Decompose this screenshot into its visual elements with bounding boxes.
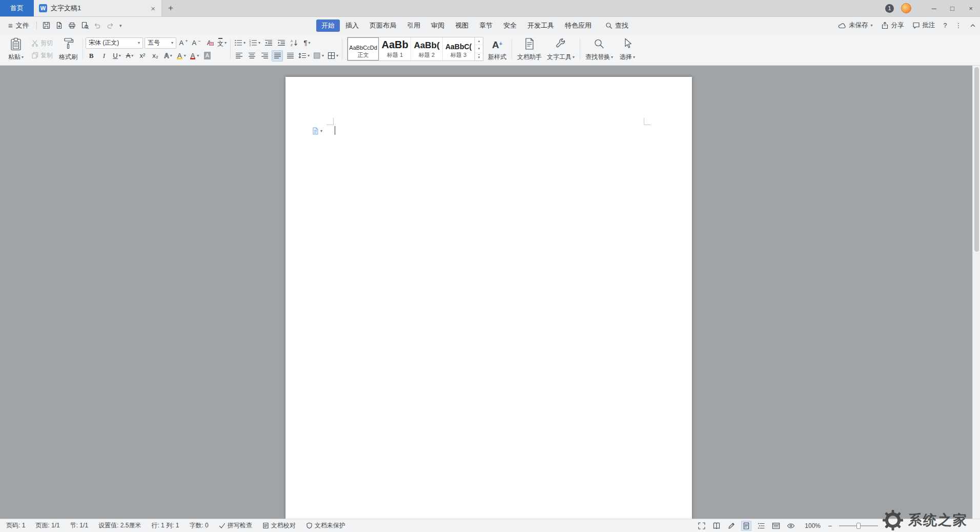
strikethrough-button[interactable]: A▾ xyxy=(124,50,135,62)
tab-security[interactable]: 安全 xyxy=(498,19,522,32)
style-gallery-down-button[interactable]: ▾ xyxy=(475,45,483,53)
borders-button[interactable]: ▾ xyxy=(326,50,339,62)
zoom-slider-thumb[interactable] xyxy=(856,523,861,529)
bullet-list-button[interactable]: ▾ xyxy=(233,37,247,49)
font-name-select[interactable]: 宋体 (正文) ▾ xyxy=(86,37,143,49)
document-smart-tag[interactable]: ▾ xyxy=(312,127,322,135)
align-right-button[interactable] xyxy=(259,50,270,62)
style-heading3[interactable]: AaBbC( 标题 3 xyxy=(443,37,475,60)
decrease-indent-button[interactable] xyxy=(263,37,274,49)
customize-toolbar-dropdown[interactable]: ▾ xyxy=(117,19,125,32)
text-tools-button[interactable]: 文字工具▾ xyxy=(544,35,577,64)
zoom-slider[interactable] xyxy=(839,521,878,530)
document-area[interactable]: ▾ xyxy=(0,66,980,519)
pinyin-guide-button[interactable]: 文▾ xyxy=(216,37,228,49)
read-layout-button[interactable] xyxy=(711,521,722,531)
ink-mode-button[interactable] xyxy=(726,521,737,531)
undo-button[interactable] xyxy=(91,19,104,32)
share-button[interactable]: 分享 xyxy=(881,21,904,30)
new-style-button[interactable]: A+ 新样式 xyxy=(485,35,509,64)
tab-section[interactable]: 章节 xyxy=(474,19,498,32)
align-left-button[interactable] xyxy=(233,50,244,62)
clear-formatting-button[interactable]: A xyxy=(203,37,215,49)
search-button[interactable]: 查找 xyxy=(605,21,628,30)
character-shading-button[interactable]: A xyxy=(201,50,213,62)
copy-button[interactable]: 复制 xyxy=(29,50,55,61)
text-effects-button[interactable]: A▾ xyxy=(162,50,174,62)
collapse-ribbon-button[interactable] xyxy=(970,23,976,29)
cut-button[interactable]: 剪切 xyxy=(29,38,55,49)
subscript-button[interactable]: x₂ xyxy=(150,50,161,62)
line-spacing-button[interactable]: ▾ xyxy=(297,50,311,62)
superscript-button[interactable]: x² xyxy=(137,50,148,62)
italic-button[interactable]: I xyxy=(98,50,110,62)
align-center-button[interactable] xyxy=(246,50,257,62)
font-color-button[interactable]: A▾ xyxy=(189,50,200,62)
style-heading1[interactable]: AaBb 标题 1 xyxy=(379,37,411,60)
spell-check-status[interactable]: 拼写检查 xyxy=(219,521,252,530)
document-page[interactable]: ▾ xyxy=(285,77,692,519)
fullscreen-button[interactable] xyxy=(697,521,707,531)
vertical-scrollbar[interactable] xyxy=(972,66,980,519)
close-button[interactable]: × xyxy=(962,0,980,16)
tab-references[interactable]: 引用 xyxy=(402,19,425,32)
notification-badge[interactable]: 1 xyxy=(885,4,894,13)
paste-button[interactable]: 粘贴▾ xyxy=(4,35,28,64)
print-preview-button[interactable] xyxy=(78,19,91,32)
minimize-button[interactable]: ─ xyxy=(925,0,943,16)
save-button[interactable] xyxy=(40,19,53,32)
file-menu-button[interactable]: ≡ 文件 xyxy=(4,17,33,34)
save-status-button[interactable]: 未保存 ▾ xyxy=(838,21,873,30)
tab-special-features[interactable]: 特色应用 xyxy=(560,19,597,32)
user-avatar[interactable] xyxy=(901,3,911,13)
style-heading2[interactable]: AaBb( 标题 2 xyxy=(411,37,443,60)
home-tab[interactable]: 首页 xyxy=(0,0,34,16)
bold-button[interactable]: B xyxy=(86,50,97,62)
status-page-count[interactable]: 页面: 1/1 xyxy=(35,521,59,530)
comment-button[interactable]: 批注 xyxy=(912,21,935,30)
sort-button[interactable]: AZ xyxy=(289,37,300,49)
tab-view[interactable]: 视图 xyxy=(450,19,474,32)
print-button[interactable] xyxy=(66,19,78,32)
increase-font-size-button[interactable]: A+ xyxy=(178,37,189,49)
style-gallery-up-button[interactable]: ▴ xyxy=(475,37,483,45)
outline-view-button[interactable] xyxy=(756,521,766,531)
tab-dev-tools[interactable]: 开发工具 xyxy=(522,19,559,32)
numbering-button[interactable]: 123 ▾ xyxy=(248,37,261,49)
maximize-button[interactable]: □ xyxy=(943,0,962,16)
help-button[interactable]: ? xyxy=(944,22,947,29)
shading-button[interactable]: ▾ xyxy=(312,50,325,62)
select-button[interactable]: 选择▾ xyxy=(616,35,639,64)
find-replace-button[interactable]: 查找替换▾ xyxy=(583,35,616,64)
tab-insert[interactable]: 插入 xyxy=(340,19,364,32)
zoom-percentage[interactable]: 100% xyxy=(805,522,821,529)
eye-protection-button[interactable] xyxy=(786,521,796,531)
document-tab[interactable]: W 文字文稿1 × xyxy=(34,0,162,16)
web-layout-button[interactable] xyxy=(771,521,781,531)
status-word-count[interactable]: 字数: 0 xyxy=(189,521,208,530)
scrollbar-thumb[interactable] xyxy=(974,67,979,252)
new-tab-button[interactable]: + xyxy=(162,0,179,16)
zoom-out-button[interactable]: − xyxy=(825,521,834,530)
print-layout-button[interactable] xyxy=(741,521,751,531)
tab-review[interactable]: 审阅 xyxy=(426,19,450,32)
increase-indent-button[interactable] xyxy=(276,37,287,49)
tab-close-icon[interactable]: × xyxy=(150,4,156,13)
tab-home[interactable]: 开始 xyxy=(316,19,340,32)
show-formatting-marks-button[interactable]: ¶ ▾ xyxy=(301,37,313,49)
doc-proofing-status[interactable]: 文档校对 xyxy=(262,521,296,530)
font-size-select[interactable]: 五号 ▾ xyxy=(145,37,176,49)
style-normal[interactable]: AaBbCcDd 正文 xyxy=(348,37,379,60)
format-painter-button[interactable]: 格式刷 xyxy=(56,35,80,64)
distribute-button[interactable] xyxy=(284,50,296,62)
style-gallery-more-button[interactable]: ▾ xyxy=(475,53,483,60)
export-pdf-button[interactable] xyxy=(53,19,66,32)
redo-button[interactable] xyxy=(104,19,117,32)
more-menu-button[interactable]: ⋮ xyxy=(955,22,962,29)
justify-button[interactable] xyxy=(272,50,283,62)
doc-protection-status[interactable]: 文档未保护 xyxy=(306,521,345,530)
highlight-color-button[interactable]: A▾ xyxy=(175,50,187,62)
doc-assistant-button[interactable]: 文档助手 xyxy=(515,35,544,64)
underline-button[interactable]: U▾ xyxy=(111,50,122,62)
tab-page-layout[interactable]: 页面布局 xyxy=(364,19,401,32)
